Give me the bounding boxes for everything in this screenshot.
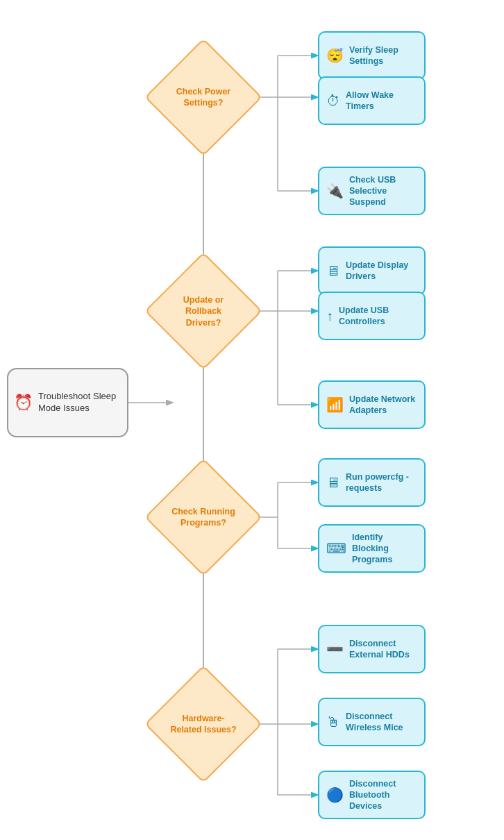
action-label: Run powercfg -requests bbox=[346, 471, 417, 494]
action-label: Disconnect Wireless Mice bbox=[346, 711, 417, 734]
diamond-drivers: Update or Rollback Drivers? bbox=[162, 269, 245, 353]
diamond-shape bbox=[144, 252, 262, 370]
action-wake-timers: ⏱ Allow Wake Timers bbox=[318, 76, 426, 125]
action-network-adapters: 📶 Update Network Adapters bbox=[318, 380, 426, 429]
diamond-check-power: Check Power Settings? bbox=[162, 56, 245, 139]
action-display-drivers: 🖥 Update Display Drivers bbox=[318, 246, 426, 295]
bluetooth-icon: 🔵 bbox=[326, 787, 344, 803]
action-label: Update Network Adapters bbox=[349, 394, 417, 417]
sleep-icon: ⏰ bbox=[14, 394, 33, 412]
action-powercfg: 🖥 Run powercfg -requests bbox=[318, 458, 426, 507]
network-icon: 📶 bbox=[326, 396, 344, 413]
timer-icon: ⏱ bbox=[326, 93, 340, 109]
action-label: Disconnect External HDDs bbox=[349, 638, 417, 661]
action-label: Disconnect Bluetooth Devices bbox=[349, 778, 417, 812]
action-label: Allow Wake Timers bbox=[346, 90, 417, 112]
upload-icon: ↑ bbox=[326, 308, 333, 324]
start-label: Troubleshoot Sleep Mode Issues bbox=[38, 391, 121, 414]
keyboard-icon: ⌨ bbox=[326, 540, 346, 557]
diamond-hardware: Hardware-Related Issues? bbox=[162, 682, 245, 766]
action-blocking-programs: ⌨ Identify Blocking Programs bbox=[318, 524, 426, 573]
action-verify-sleep: 😴 Verify Sleep Settings bbox=[318, 31, 426, 80]
action-usb-controllers: ↑ Update USB Controllers bbox=[318, 292, 426, 340]
diamond-programs: Check Running Programs? bbox=[162, 476, 245, 559]
action-usb-suspend: 🔌 Check USB Selective Suspend bbox=[318, 167, 426, 215]
sleep-verify-icon: 😴 bbox=[326, 47, 344, 64]
start-node: ⏰ Troubleshoot Sleep Mode Issues bbox=[7, 368, 128, 437]
diamond-shape bbox=[144, 458, 262, 576]
diagram-container: ⏰ Troubleshoot Sleep Mode Issues Check P… bbox=[0, 0, 504, 840]
action-label: Identify Blocking Programs bbox=[352, 532, 417, 566]
usb-icon: 🔌 bbox=[326, 183, 344, 199]
action-label: Verify Sleep Settings bbox=[349, 44, 417, 67]
diamond-shape bbox=[144, 38, 262, 156]
mouse-icon: 🖱 bbox=[326, 714, 340, 730]
action-bluetooth: 🔵 Disconnect Bluetooth Devices bbox=[318, 771, 426, 819]
action-label: Check USB Selective Suspend bbox=[349, 174, 417, 208]
display-icon: 🖥 bbox=[326, 263, 340, 279]
diamond-shape bbox=[144, 665, 262, 783]
action-label: Update USB Controllers bbox=[339, 305, 417, 328]
action-wireless-mice: 🖱 Disconnect Wireless Mice bbox=[318, 698, 426, 746]
hdd-icon: ➖ bbox=[326, 641, 344, 657]
action-ext-hdds: ➖ Disconnect External HDDs bbox=[318, 625, 426, 673]
action-label: Update Display Drivers bbox=[346, 260, 417, 283]
cmd-icon: 🖥 bbox=[326, 475, 340, 491]
